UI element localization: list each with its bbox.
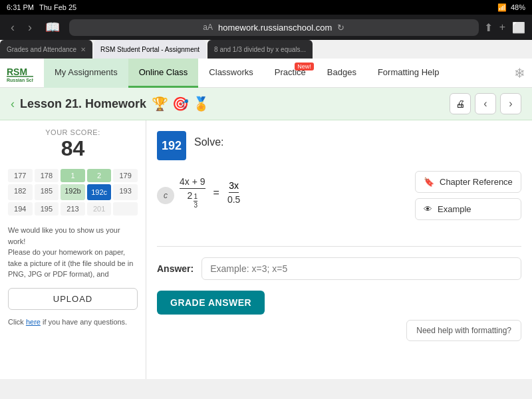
lesson-nav: 🖨 ‹ › [450,93,521,114]
tab-practice[interactable]: Practice New! [264,59,317,88]
add-tab-button[interactable]: + [499,21,505,34]
status-bar: 6:31 PM Thu Feb 25 📶 48% [0,0,532,15]
refresh-icon[interactable]: ↻ [337,23,344,33]
formatting-help-button[interactable]: Need help with formatting? [406,320,521,341]
lesson-title-area: ‹ Lesson 21. Homework 🏆 🎯 🏅 [11,96,209,112]
score-label: YOUR SCORE: [8,128,138,136]
answer-input[interactable] [201,257,521,280]
tab-my-assignments[interactable]: My Assignments [44,59,128,88]
formatting-help: Need help with formatting? [157,320,521,341]
tab-my-assignments-label: My Assignments [55,67,118,77]
lesson-icons: 🏆 🎯 🏅 [152,96,209,112]
print-icon: 🖨 [456,98,465,109]
lhs-numerator: 4x + 9 [180,176,205,189]
svg-text:Russian School of Mathematics: Russian School of Mathematics [7,78,33,82]
battery: 48% [511,3,525,11]
answer-label: Answer: [157,263,194,274]
browser-chrome: ‹ › 📖 aA homework.russianschool.com ↻ ⬆ … [0,15,532,40]
time: 6:31 PM [7,3,34,11]
equals-sign: = [213,187,219,199]
upload-button[interactable]: UPLOAD [8,288,138,310]
tab-label: RSM Student Portal - Assignment [100,46,200,53]
instructions-text: We would like you to show us your work! … [8,225,138,280]
example-label: Example [438,204,471,214]
tab-grades[interactable]: Grades and Attendance ✕ [0,40,92,59]
tab-assignment[interactable]: RSM Student Portal - Assignment [94,40,206,59]
browser-tabs: Grades and Attendance ✕ RSM Student Port… [0,40,532,59]
problem-number: 192 [157,131,186,160]
score-value: 84 [8,136,138,161]
problem-label: Solve: [194,131,223,148]
problem-grid: 177 178 1 2 179 182 185 192b 192c 193 19… [8,169,138,215]
tab-label: 8 and 1/3 divided by x equals... [214,46,306,53]
lesson-next-button[interactable]: › [500,93,521,114]
problem-part-badge: c [157,187,174,204]
equation: 4x + 9 2 1 3 [180,176,240,209]
lhs-denominator: 2 1 3 [188,189,198,209]
back-button[interactable]: ‹ [7,19,19,36]
sidebar: YOUR SCORE: 84 177 178 1 2 179 182 185 1… [0,120,146,379]
lesson-title: Lesson 21. Homework [20,97,146,111]
grid-cell-213[interactable]: 213 [61,202,85,215]
share-button[interactable]: ⬆ [484,21,493,34]
grid-cell-2[interactable]: 2 [87,169,112,182]
tab-online-class[interactable]: Online Class [128,59,199,88]
new-badge: New! [295,63,314,70]
tab-formatting-help[interactable]: Formatting Help [367,59,450,88]
tab-classworks[interactable]: Classworks [198,59,263,88]
rhs-numerator: 3x [229,180,239,193]
grid-cell-1[interactable]: 1 [61,169,85,182]
bookmarks-button[interactable]: 📖 [41,19,64,36]
chapter-reference-button[interactable]: 🔖 Chapter Reference [415,171,521,193]
click-here-text: Click here if you have any questions. [8,318,138,326]
grid-cell-193[interactable]: 193 [113,184,138,200]
tab-formatting-help-label: Formatting Help [378,67,439,77]
url-text: homework.russianschool.com [218,23,332,33]
grid-cell-195[interactable]: 195 [35,202,59,215]
tabs-button[interactable]: ⬜ [512,21,525,34]
grid-cell-182[interactable]: 182 [8,184,33,200]
svg-text:RSM: RSM [7,66,27,77]
grid-cell-194[interactable]: 194 [8,202,33,215]
click-here-link[interactable]: here [26,318,41,326]
chapter-reference-label: Chapter Reference [440,177,513,187]
ref-buttons: 🔖 Chapter Reference 👁 Example [415,171,521,230]
tab-close-icon[interactable]: ✕ [80,46,86,53]
grid-cell-empty [113,202,138,215]
grade-answer-button[interactable]: GRADE ANSWER [157,291,265,315]
main-content: YOUR SCORE: 84 177 178 1 2 179 182 185 1… [0,120,532,379]
problem-body: c 4x + 9 2 1 [157,171,521,230]
reader-mode-icon: aA [203,23,213,32]
back-arrow-icon[interactable]: ‹ [11,97,15,111]
medal-icon: 🏅 [193,96,209,112]
browser-actions: ⬆ + ⬜ [484,21,525,34]
forward-button[interactable]: › [24,19,36,36]
grid-cell-179[interactable]: 179 [113,169,138,182]
content-area: 192 Solve: c 4x + 9 [146,120,532,379]
app: RSM Russian School of Mathematics My Ass… [0,59,532,379]
grid-cell-178[interactable]: 178 [35,169,59,182]
grid-cell-192b[interactable]: 192b [61,184,85,200]
eye-icon: 👁 [424,204,432,214]
example-button[interactable]: 👁 Example [415,198,521,220]
rsm-header: RSM Russian School of Mathematics My Ass… [0,59,532,88]
rhs-fraction: 3x 0.5 [227,180,240,205]
grid-cell-185[interactable]: 185 [35,184,59,200]
answer-area: Answer: GRADE ANSWER Need help with form… [157,246,521,341]
print-button[interactable]: 🖨 [450,93,471,114]
star-icon: 🏆 [152,96,168,112]
grid-cell-177[interactable]: 177 [8,169,33,182]
grid-cell-201[interactable]: 201 [87,202,112,215]
tab-classworks-label: Classworks [209,67,253,77]
problem-header: 192 Solve: [157,131,521,160]
grid-cell-192c[interactable]: 192c [87,184,112,200]
tab-problem[interactable]: 8 and 1/3 divided by x equals... [207,40,313,59]
date: Thu Feb 25 [39,3,76,11]
browser-nav: ‹ › 📖 aA homework.russianschool.com ↻ ⬆ … [7,19,525,36]
answer-row: Answer: [157,257,521,280]
bookmark-icon: 🔖 [424,177,434,187]
lesson-prev-button[interactable]: ‹ [475,93,496,114]
tab-badges[interactable]: Badges [317,59,367,88]
score-section: YOUR SCORE: 84 [8,128,138,161]
address-bar[interactable]: aA homework.russianschool.com ↻ [69,19,479,36]
